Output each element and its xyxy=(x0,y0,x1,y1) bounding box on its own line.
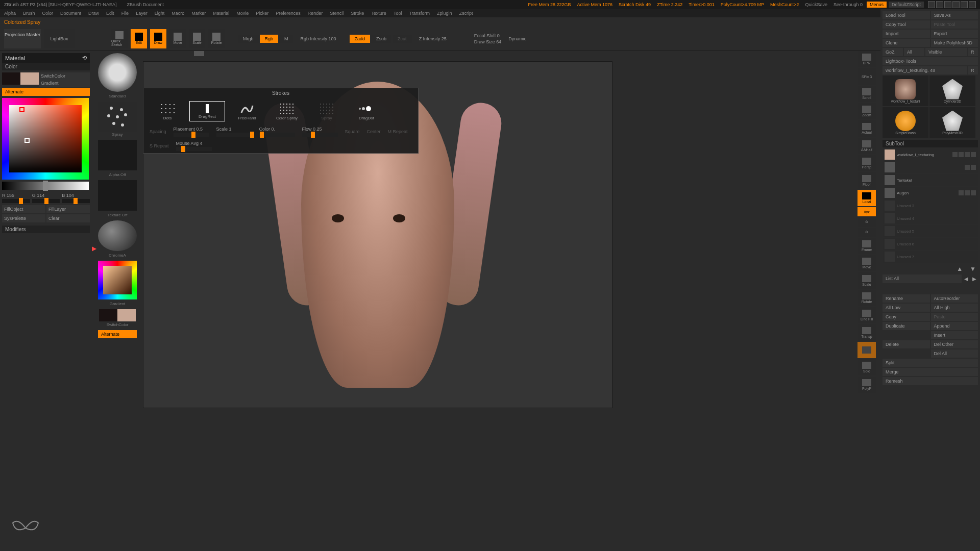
stroke-dragdot[interactable]: DragDot xyxy=(349,101,384,121)
subtool-down-icon[interactable]: ▼ xyxy=(970,265,976,272)
zadd-button[interactable]: Zadd xyxy=(350,35,371,43)
scale-button[interactable]: Scale xyxy=(189,29,205,48)
pastetool-button[interactable]: Paste Tool xyxy=(931,20,978,29)
menu-color[interactable]: Color xyxy=(42,11,54,16)
mini-alternate-button[interactable]: Alternate xyxy=(98,330,137,338)
alpha-thumbnail[interactable] xyxy=(98,140,137,170)
dynamic-toggle[interactable]: Dynamic xyxy=(508,36,526,41)
grayscale-slider[interactable] xyxy=(2,182,89,190)
solo-button[interactable]: Solo xyxy=(857,359,876,375)
menu-stencil[interactable]: Stencil xyxy=(330,11,344,16)
material-thumbnail[interactable] xyxy=(98,220,137,251)
menu-texture[interactable]: Texture xyxy=(371,11,386,16)
tool-thumb-1[interactable]: workflow_I_texturi xyxy=(883,76,928,106)
rgb-intensity-slider[interactable]: Rgb Intensity 100 xyxy=(301,36,336,41)
minimize-button[interactable] xyxy=(952,1,960,8)
subtool-row-8[interactable]: Unused 6 xyxy=(883,238,978,250)
stroke-spray[interactable]: Spray xyxy=(309,101,345,121)
linefill-button[interactable]: Line Fill xyxy=(857,307,876,323)
goz-button[interactable]: GoZ xyxy=(883,48,903,56)
subtool-up-icon[interactable]: ▲ xyxy=(957,265,963,272)
floor-button[interactable]: Floor xyxy=(857,172,876,189)
tool-name[interactable]: workflow_I_texturing. 48 xyxy=(883,66,967,74)
tool-thumb-3[interactable]: SimpleBrush xyxy=(883,107,928,138)
lightbox-button[interactable]: LightBox xyxy=(44,29,75,48)
rgb-button[interactable]: Rgb xyxy=(260,35,279,43)
menu-edit[interactable]: Edit xyxy=(106,11,114,16)
xyz-button[interactable]: Xyz xyxy=(857,207,876,216)
move-nav-button[interactable]: Move xyxy=(857,255,876,271)
switchcolor-button[interactable]: SwitchColor xyxy=(39,72,90,80)
delother-button[interactable]: Del Other xyxy=(931,340,978,348)
clone-button[interactable]: Clone xyxy=(883,39,930,47)
m-button[interactable]: M xyxy=(279,35,293,43)
gradient-button[interactable]: Gradient xyxy=(39,80,90,87)
edit-button[interactable]: Edit xyxy=(131,29,147,48)
win-btn-3[interactable] xyxy=(944,1,951,8)
mini-color-picker[interactable] xyxy=(98,261,137,299)
transp-button[interactable]: Transp xyxy=(857,324,876,341)
tool-thumb-2[interactable]: Cylinder3D xyxy=(929,76,975,106)
subtool-row-6[interactable]: Unused 4 xyxy=(883,212,978,224)
menu-layer[interactable]: Layer xyxy=(136,11,148,16)
subtool-row-9[interactable]: Unused 7 xyxy=(883,251,978,263)
delall-button[interactable]: Del All xyxy=(931,349,978,358)
mini-switchcolor[interactable]: SwitchColor xyxy=(96,322,139,327)
stroke-colorspray[interactable]: Color Spray xyxy=(269,101,305,121)
stroke-freehand[interactable]: FreeHand xyxy=(229,101,265,121)
win-btn-2[interactable] xyxy=(936,1,943,8)
subtool-header[interactable]: SubTool xyxy=(883,140,978,147)
menu-tool[interactable]: Tool xyxy=(394,11,402,16)
allhigh-button[interactable]: All High xyxy=(931,304,978,312)
clear-button[interactable]: Clear xyxy=(46,214,90,222)
duplicate-button[interactable]: Duplicate xyxy=(883,322,930,330)
delete-button[interactable]: Delete xyxy=(883,340,930,348)
autoreorder-button[interactable]: AutoReorder xyxy=(931,294,978,303)
brush-thumbnail[interactable] xyxy=(98,53,137,92)
paste-button[interactable]: Paste xyxy=(931,313,978,321)
mrepeat-slider[interactable]: M Repeat xyxy=(388,129,408,134)
makepoly-button[interactable]: Make PolyMesh3D xyxy=(931,39,978,47)
menu-file[interactable]: File xyxy=(121,11,129,16)
loadtool-button[interactable]: Load Tool xyxy=(883,11,930,19)
import-button[interactable]: Import xyxy=(883,30,930,38)
goz-r-button[interactable]: R xyxy=(968,48,978,56)
insert-button[interactable]: Insert xyxy=(931,331,978,339)
saveas-button[interactable]: Save As xyxy=(931,11,978,19)
export-button[interactable]: Export xyxy=(931,30,978,38)
fillobject-button[interactable]: FillObject xyxy=(2,205,45,213)
menu-macro[interactable]: Macro xyxy=(172,11,184,16)
axis-z-button[interactable]: ⊙ xyxy=(857,228,876,237)
maximize-button[interactable] xyxy=(961,1,968,8)
win-btn-1[interactable] xyxy=(928,1,935,8)
menu-draw[interactable]: Draw xyxy=(88,11,99,16)
lightbox-tools-button[interactable]: Lightbox› Tools xyxy=(883,57,978,65)
menu-marker[interactable]: Marker xyxy=(191,11,206,16)
timeline-track[interactable] xyxy=(0,51,980,56)
close-button[interactable] xyxy=(969,1,976,8)
scale-nav-button[interactable]: Scale xyxy=(857,272,876,289)
tool-r-button[interactable]: R xyxy=(968,66,978,74)
scale-slider[interactable]: Scale 1 xyxy=(216,127,252,132)
draw-button[interactable]: Draw xyxy=(150,29,166,48)
quick-sketch-button[interactable]: Quick Sketch xyxy=(111,29,128,48)
alllow-button[interactable]: All Low xyxy=(883,304,930,312)
default-zscript[interactable]: DefaultZScript xyxy=(889,2,924,8)
axis-y-button[interactable]: ⊙ xyxy=(857,217,876,227)
zoom-button[interactable]: Zoom xyxy=(857,103,876,119)
copy-button[interactable]: Copy xyxy=(883,313,930,321)
modifiers-header[interactable]: Modifiers xyxy=(2,226,90,233)
rename-button[interactable]: Rename xyxy=(883,294,930,303)
focal-shift-slider[interactable]: Focal Shift 0 xyxy=(474,33,502,38)
texture-thumbnail[interactable] xyxy=(98,180,137,211)
local-button[interactable]: Local xyxy=(857,190,876,206)
flow-slider[interactable]: Flow 0.25 xyxy=(302,127,338,132)
copytool-button[interactable]: Copy Tool xyxy=(883,20,930,29)
subtool-row-5[interactable]: Unused 3 xyxy=(883,199,978,212)
subtool-row-2[interactable] xyxy=(883,161,978,173)
nav-right-icon[interactable]: ▶ xyxy=(971,274,978,283)
menu-light[interactable]: Light xyxy=(155,11,165,16)
seethrough-slider[interactable]: See-through 0 xyxy=(834,2,863,7)
goz-visible-button[interactable]: Visible xyxy=(925,48,967,56)
center-toggle[interactable]: Center xyxy=(367,129,381,134)
